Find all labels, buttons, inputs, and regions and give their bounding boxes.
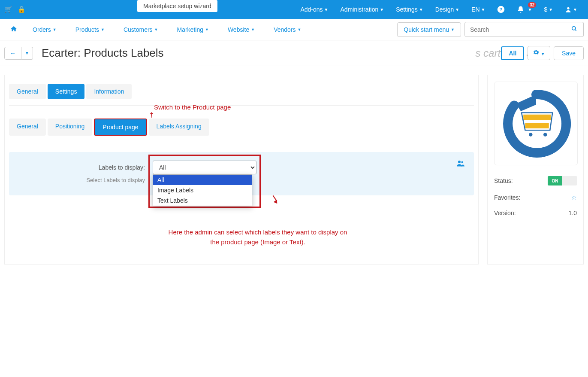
star-icon[interactable]: ☆: [571, 194, 577, 201]
top-settings[interactable]: Settings▼: [396, 6, 423, 13]
back-button[interactable]: ←: [4, 47, 21, 60]
version-value: 1.0: [569, 210, 577, 216]
labels-display-label: Labels to display:: [20, 164, 153, 171]
subtab-product-page[interactable]: Product page: [94, 119, 147, 136]
labels-display-sublabel: Select Labels to display: [20, 177, 153, 183]
wizard-button[interactable]: Marketplace setup wizard: [137, 0, 217, 12]
addon-logo: [494, 82, 578, 165]
option-image-labels[interactable]: Image Labels: [153, 185, 252, 195]
svg-point-3: [572, 27, 576, 30]
svg-point-10: [529, 133, 533, 137]
lock-icon[interactable]: 🔒: [18, 6, 26, 13]
sub-tabs: General Positioning Product page Labels …: [9, 119, 474, 136]
subtab-general[interactable]: General: [9, 119, 46, 136]
main-tabs: General Settings Information: [9, 84, 474, 99]
help-icon[interactable]: ?: [497, 6, 505, 13]
page-title: Ecarter: Products Labels: [42, 46, 164, 60]
svg-point-5: [458, 161, 461, 163]
top-lang[interactable]: EN▼: [471, 6, 485, 13]
nav-products[interactable]: Products▼: [66, 26, 114, 33]
back-dropdown[interactable]: ▼: [21, 47, 33, 60]
top-currency[interactable]: $▼: [544, 6, 553, 13]
svg-point-6: [461, 161, 464, 164]
titlebar: ← ▼ Ecarter: Products Labels s cart emo …: [0, 40, 588, 66]
navbar: Orders▼ Products▼ Customers▼ Marketing▼ …: [0, 19, 588, 40]
gear-button[interactable]: ▼: [528, 46, 550, 60]
svg-point-11: [543, 133, 547, 137]
svg-text:?: ?: [500, 7, 503, 12]
version-label: Version:: [494, 210, 516, 216]
people-icon[interactable]: [457, 160, 464, 168]
annotation-2: Here the admin can select which labels t…: [163, 228, 352, 247]
labels-dropdown: All Image Labels Text Labels: [153, 174, 252, 206]
save-button[interactable]: Save: [554, 46, 584, 60]
cart-icon[interactable]: 🛒: [4, 6, 12, 13]
svg-line-4: [575, 30, 576, 31]
status-label: Status:: [494, 177, 513, 184]
nav-website[interactable]: Website▼: [218, 26, 264, 33]
nav-vendors[interactable]: Vendors▼: [264, 26, 311, 33]
top-design[interactable]: Design▼: [435, 6, 460, 13]
annotation-1: Switch to the Product page: [154, 103, 231, 111]
notifications-icon[interactable]: 32 ▼: [517, 6, 532, 13]
status-toggle[interactable]: ON: [548, 176, 577, 185]
form-panel: Labels to display: All All Image Labels …: [9, 152, 474, 195]
nav-marketing[interactable]: Marketing▼: [168, 26, 218, 33]
search-button[interactable]: [565, 22, 584, 37]
notif-badge: 32: [528, 2, 536, 8]
all-button[interactable]: All: [501, 46, 524, 60]
quick-start-button[interactable]: Quick start menu▼: [397, 22, 461, 37]
topbar: 🛒 🔒 Marketplace setup wizard Add-ons▼ Ad…: [0, 0, 588, 19]
search-input[interactable]: [464, 22, 565, 37]
arrow-2: [272, 195, 278, 204]
svg-point-2: [567, 7, 569, 9]
top-administration[interactable]: Administration▼: [341, 6, 384, 13]
option-all[interactable]: All: [153, 175, 252, 185]
sidebar: Status: ON Favorites: ☆ Version: 1.0: [487, 75, 584, 265]
subtab-labels-assigning[interactable]: Labels Assigning: [149, 119, 209, 136]
svg-rect-8: [525, 123, 549, 128]
option-text-labels[interactable]: Text Labels: [153, 195, 252, 206]
svg-rect-7: [523, 114, 551, 120]
favorites-label: Favorites:: [494, 194, 520, 201]
top-addons[interactable]: Add-ons▼: [300, 6, 328, 13]
nav-orders[interactable]: Orders▼: [23, 26, 66, 33]
home-icon[interactable]: [4, 25, 23, 34]
tab-settings[interactable]: Settings: [48, 84, 85, 99]
labels-display-select[interactable]: All: [153, 161, 256, 174]
tab-information[interactable]: Information: [86, 84, 132, 99]
tab-general[interactable]: General: [9, 84, 46, 99]
content-panel: General Settings Information General Pos…: [4, 75, 479, 265]
user-icon[interactable]: ▼: [565, 6, 577, 13]
subtab-positioning[interactable]: Positioning: [48, 119, 93, 136]
nav-customers[interactable]: Customers▼: [114, 26, 168, 33]
